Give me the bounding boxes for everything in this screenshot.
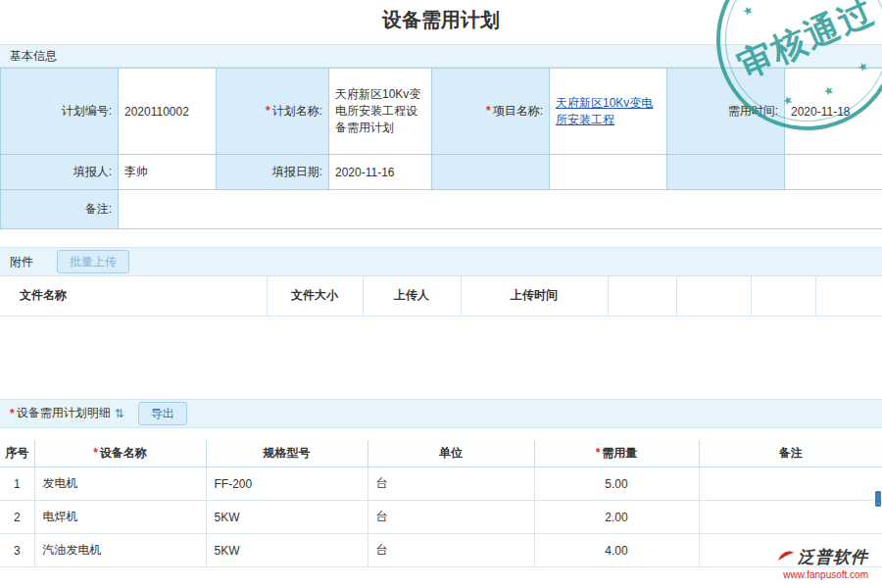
attachments-table: 文件名称 文件大小 上传人 上传时间 xyxy=(0,276,882,317)
vendor-brand: 泛普软件 xyxy=(798,546,868,568)
project-name-label-text: 项目名称: xyxy=(493,104,543,118)
plan-no-label-text: 计划编号: xyxy=(62,104,112,118)
need-date-label-text: 需用时间: xyxy=(728,104,778,118)
row-seq: 2 xyxy=(0,501,34,534)
report-date-label-text: 填报日期: xyxy=(272,165,322,178)
batch-upload-button[interactable]: 批量上传 xyxy=(57,250,129,273)
detail-section-title: 设备需用计划明细 xyxy=(17,405,111,421)
remark-label-text: 备注: xyxy=(85,202,112,216)
scrollbar-track[interactable] xyxy=(874,0,882,588)
basic-info-section-title: 基本信息 xyxy=(10,48,57,65)
required-marker: * xyxy=(10,407,15,420)
attachments-section-header: 附件 批量上传 xyxy=(0,247,882,276)
project-name-label: *项目名称: xyxy=(432,69,550,155)
file-name-header: 文件名称 xyxy=(0,276,267,316)
plan-no-label: 计划编号: xyxy=(1,69,119,155)
need-date-label: 需用时间: xyxy=(667,69,785,155)
scrollbar-thumb[interactable] xyxy=(875,491,881,507)
equipment-plan-page: 设备需用计划 ★ ★ ★ ★ ★ ★ 审核通过 基本信息 计划编号: 20201… xyxy=(0,0,882,588)
export-button[interactable]: 导出 xyxy=(138,402,187,425)
row-qty: 2.00 xyxy=(534,501,699,534)
required-marker: * xyxy=(93,446,98,460)
remark-value xyxy=(119,190,882,229)
vendor-url: www.fanpusoft.com xyxy=(777,569,868,580)
detail-section-header: * 设备需用计划明细 ⇅ 导出 xyxy=(0,399,882,428)
empty-header-cell xyxy=(815,276,882,316)
equipment-name-header: *设备名称 xyxy=(34,440,206,467)
empty-label-cell xyxy=(667,155,785,190)
model-header: 规格型号 xyxy=(206,440,368,467)
remark-label: 备注: xyxy=(1,190,119,229)
project-name-value: 天府新区10Kv变电所安装工程 xyxy=(550,69,667,155)
project-link[interactable]: 天府新区10Kv变电所安装工程 xyxy=(556,96,653,126)
equipment-name-header-text: 设备名称 xyxy=(100,446,147,460)
unit-header: 单位 xyxy=(368,440,534,467)
empty-header-cell xyxy=(676,276,751,316)
qty-header-text: 需用量 xyxy=(602,446,637,460)
vendor-watermark: 泛普软件 www.fanpusoft.com xyxy=(777,546,868,580)
row-unit: 台 xyxy=(368,501,534,534)
reporter-label: 填报人: xyxy=(1,155,119,190)
seq-header: 序号 xyxy=(0,440,34,467)
empty-label-cell xyxy=(432,155,550,190)
detail-row: 2 电焊机 5KW 台 2.00 xyxy=(0,501,882,534)
plan-no-value: 2020110002 xyxy=(119,69,217,155)
row-qty: 4.00 xyxy=(534,534,699,567)
file-size-header: 文件大小 xyxy=(267,276,363,316)
attachments-empty-area xyxy=(0,317,882,369)
upload-time-header: 上传时间 xyxy=(461,276,608,316)
row-seq: 1 xyxy=(0,467,34,501)
uploader-header: 上传人 xyxy=(363,276,461,316)
required-marker: * xyxy=(486,104,491,118)
basic-info-table: 计划编号: 2020110002 *计划名称: 天府新区10Kv变电所安装工程设… xyxy=(0,68,882,229)
row-unit: 台 xyxy=(368,467,534,501)
row-qty: 5.00 xyxy=(534,467,699,501)
report-date-value: 2020-11-16 xyxy=(329,155,432,190)
required-marker: * xyxy=(266,104,270,118)
plan-name-label-text: 计划名称: xyxy=(272,104,322,118)
reporter-label-text: 填报人: xyxy=(74,165,112,178)
page-title: 设备需用计划 xyxy=(0,0,882,39)
detail-header-row: 序号 *设备名称 规格型号 单位 *需用量 备注 xyxy=(0,440,882,467)
row-model: 5KW xyxy=(206,534,368,567)
report-date-label: 填报日期: xyxy=(217,155,329,190)
reporter-value: 李帅 xyxy=(119,155,217,190)
row-seq: 3 xyxy=(0,534,34,567)
basic-info-section-header: 基本信息 xyxy=(0,44,882,68)
plan-name-value: 天府新区10Kv变电所安装工程设备需用计划 xyxy=(329,69,432,155)
empty-value-cell xyxy=(550,155,667,190)
row-equipment-name: 发电机 xyxy=(34,467,206,501)
row-remark xyxy=(699,467,882,501)
sort-icon[interactable]: ⇅ xyxy=(115,407,124,420)
remark-header: 备注 xyxy=(699,440,882,467)
row-equipment-name: 电焊机 xyxy=(34,501,206,534)
row-remark xyxy=(699,501,882,534)
fanpu-logo-icon xyxy=(777,549,795,565)
qty-header: *需用量 xyxy=(534,440,699,467)
required-marker: * xyxy=(596,446,601,460)
detail-row: 3 汽油发电机 5KW 台 4.00 xyxy=(0,534,882,567)
row-unit: 台 xyxy=(368,534,534,567)
need-date-value: 2020-11-18 xyxy=(785,69,882,155)
empty-value-cell xyxy=(785,155,882,190)
detail-row: 1 发电机 FF-200 台 5.00 xyxy=(0,467,882,501)
detail-table: 序号 *设备名称 规格型号 单位 *需用量 备注 1 发电机 FF-200 台 … xyxy=(0,440,882,568)
row-model: FF-200 xyxy=(206,467,368,501)
plan-name-label: *计划名称: xyxy=(217,69,329,155)
attachments-section-title: 附件 xyxy=(10,254,33,270)
empty-header-cell xyxy=(751,276,815,316)
row-equipment-name: 汽油发电机 xyxy=(34,534,206,567)
empty-header-cell xyxy=(608,276,676,316)
row-model: 5KW xyxy=(206,501,368,534)
